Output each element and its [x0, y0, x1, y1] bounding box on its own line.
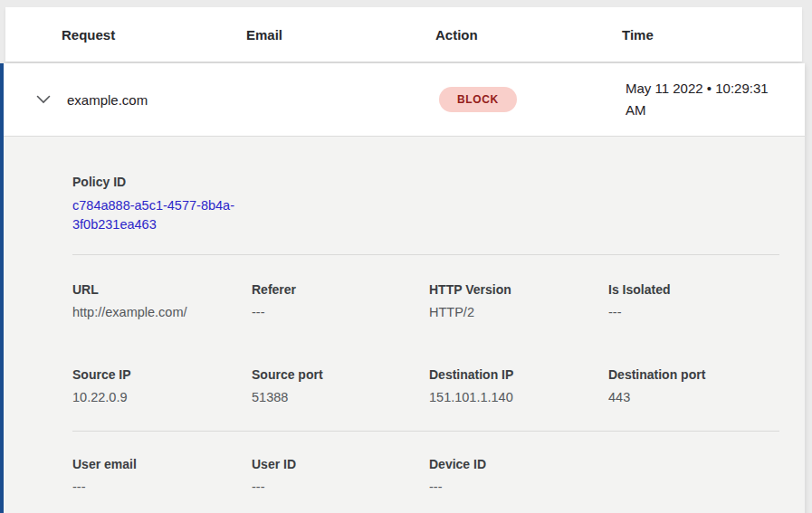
source-port-label: Source port [252, 367, 429, 383]
user-email-field: User email --- [72, 457, 252, 495]
is-isolated-field: Is Isolated --- [608, 282, 779, 320]
action-cell: BLOCK [439, 87, 626, 112]
source-port-value: 51388 [252, 390, 429, 405]
user-id-value: --- [252, 480, 429, 495]
divider [72, 254, 779, 255]
request-value: example.com [67, 92, 250, 108]
destination-port-label: Destination port [608, 367, 779, 383]
source-port-field: Source port 51388 [252, 367, 429, 405]
user-id-label: User ID [252, 457, 429, 472]
referer-field: Referer --- [252, 282, 429, 320]
policy-id-field: Policy ID c784a888-a5c1-4577-8b4a-3f0b23… [72, 175, 779, 234]
table-row[interactable]: example.com BLOCK May 11 2022 • 10:29:31… [4, 63, 805, 136]
device-id-value: --- [429, 480, 608, 495]
column-header-time: Time [622, 27, 802, 43]
referer-label: Referer [252, 282, 429, 298]
table-header: Request Email Action Time [5, 7, 802, 62]
is-isolated-value: --- [608, 305, 779, 320]
column-header-email: Email [246, 27, 435, 43]
column-header-action: Action [435, 27, 622, 43]
action-badge: BLOCK [439, 87, 517, 112]
device-id-label: Device ID [429, 457, 608, 472]
source-ip-label: Source IP [72, 367, 252, 383]
user-email-label: User email [72, 457, 252, 472]
url-field: URL http://example.com/ [72, 282, 252, 320]
destination-ip-label: Destination IP [429, 367, 608, 383]
http-version-value: HTTP/2 [429, 305, 608, 320]
destination-port-field: Destination port 443 [608, 367, 779, 405]
http-version-field: HTTP Version HTTP/2 [429, 282, 608, 320]
column-header-request: Request [62, 27, 246, 43]
time-value: May 11 2022 • 10:29:31 AM [626, 78, 805, 121]
collapse-row-button[interactable] [36, 91, 67, 108]
detail-row-network: Source IP 10.22.0.9 Source port 51388 De… [72, 367, 779, 405]
url-label: URL [72, 282, 252, 298]
destination-port-value: 443 [608, 390, 779, 405]
user-email-value: --- [72, 480, 252, 495]
detail-row-http: URL http://example.com/ Referer --- HTTP… [72, 282, 779, 320]
referer-value: --- [252, 305, 429, 320]
device-id-field: Device ID --- [429, 457, 608, 495]
source-ip-field: Source IP 10.22.0.9 [72, 367, 252, 405]
divider [72, 431, 779, 432]
http-version-label: HTTP Version [429, 282, 608, 298]
user-id-field: User ID --- [252, 457, 429, 495]
detail-row-user: User email --- User ID --- Device ID --- [72, 457, 779, 495]
destination-ip-value: 151.101.1.140 [429, 390, 608, 405]
expanded-row-card: example.com BLOCK May 11 2022 • 10:29:31… [0, 63, 805, 513]
source-ip-value: 10.22.0.9 [72, 390, 252, 405]
policy-id-label: Policy ID [72, 175, 779, 190]
row-details-panel: Policy ID c784a888-a5c1-4577-8b4a-3f0b23… [4, 136, 805, 513]
is-isolated-label: Is Isolated [608, 282, 779, 298]
destination-ip-field: Destination IP 151.101.1.140 [429, 367, 608, 405]
url-value: http://example.com/ [72, 305, 252, 320]
chevron-down-icon [36, 95, 51, 104]
detail-row-spacer [608, 457, 779, 495]
policy-id-link[interactable]: c784a888-a5c1-4577-8b4a-3f0b231ea463 [72, 196, 253, 234]
